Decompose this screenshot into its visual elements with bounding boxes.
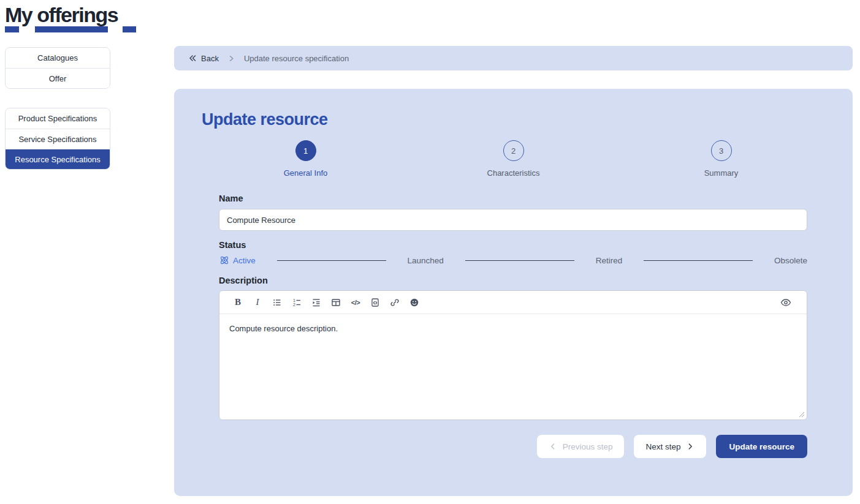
description-rich-text-editor: B I 12 (219, 290, 807, 420)
status-connector-line (277, 260, 386, 261)
previous-step-label: Previous step (563, 442, 613, 451)
previous-step-button[interactable]: Previous step (537, 435, 625, 458)
eye-icon[interactable] (776, 294, 796, 311)
sidebar-item-service-specifications[interactable]: Service Specifications (6, 129, 110, 149)
italic-icon[interactable]: I (248, 294, 267, 311)
status-option-label: Retired (596, 256, 623, 265)
link-icon[interactable] (385, 294, 405, 311)
status-selector: Active Launched Retired Obsolete (219, 255, 807, 266)
step-summary[interactable]: 3 Summary (617, 140, 825, 178)
sidebar-item-offer[interactable]: Offer (6, 68, 110, 88)
next-step-button[interactable]: Next step (634, 435, 706, 458)
status-connector-line (465, 260, 574, 261)
status-connector-line (644, 260, 753, 261)
logo-underline-bar (35, 26, 108, 32)
status-option-label: Active (233, 256, 256, 265)
status-option-launched[interactable]: Launched (408, 256, 444, 265)
status-option-label: Launched (408, 256, 444, 265)
editor-toolbar: B I 12 (219, 291, 807, 314)
chevron-right-icon (227, 54, 236, 63)
svg-text:1: 1 (293, 298, 295, 303)
bullet-list-icon[interactable] (267, 294, 287, 311)
svg-text:2: 2 (293, 303, 295, 307)
app-logo-text: My offerings (5, 4, 118, 26)
status-option-retired[interactable]: Retired (596, 256, 623, 265)
logo-underline-bar (123, 26, 136, 32)
app-logo: My offerings (5, 4, 118, 32)
resize-handle-icon[interactable] (799, 412, 805, 418)
name-label: Name (219, 194, 807, 203)
sidebar-group-catalogues: Catalogues Offer (5, 47, 110, 89)
step-label: Characteristics (487, 168, 540, 178)
back-label: Back (201, 54, 219, 63)
logo-underline-bars (5, 26, 118, 32)
description-label: Description (219, 276, 807, 285)
step-characteristics[interactable]: 2 Characteristics (409, 140, 617, 178)
chevron-right-icon (686, 442, 694, 451)
emoji-icon[interactable] (405, 294, 424, 311)
status-option-label: Obsolete (774, 256, 807, 265)
status-option-active[interactable]: Active (219, 255, 256, 266)
next-step-label: Next step (645, 442, 680, 451)
code-block-icon[interactable] (365, 294, 385, 311)
sidebar-group-specifications: Product Specifications Service Specifica… (5, 108, 110, 170)
breadcrumb: Back Update resource specification (174, 46, 853, 70)
step-number-badge: 1 (295, 140, 316, 161)
status-label: Status (219, 240, 807, 250)
step-general-info[interactable]: 1 General Info (202, 140, 409, 178)
sidebar-item-product-specifications[interactable]: Product Specifications (6, 108, 110, 129)
form-actions: Previous step Next step Update resource (219, 435, 807, 458)
step-number-badge: 3 (711, 140, 732, 161)
name-input[interactable] (219, 209, 807, 231)
step-label: General Info (284, 168, 328, 178)
breadcrumb-current-page: Update resource specification (244, 54, 349, 63)
chevron-left-icon (549, 442, 557, 451)
sidebar: Catalogues Offer Product Specifications … (5, 47, 110, 170)
indent-icon[interactable] (306, 294, 326, 311)
logo-underline-bar (5, 26, 19, 32)
bold-icon[interactable]: B (228, 294, 248, 311)
step-label: Summary (704, 168, 739, 178)
code-icon[interactable]: </> (346, 294, 365, 311)
step-number-badge: 2 (503, 140, 524, 161)
sidebar-item-resource-specifications[interactable]: Resource Specifications (6, 149, 110, 169)
double-chevron-left-icon (188, 53, 197, 63)
update-resource-button[interactable]: Update resource (716, 435, 807, 458)
table-icon[interactable] (326, 294, 346, 311)
sidebar-item-catalogues[interactable]: Catalogues (6, 48, 110, 68)
back-button[interactable]: Back (188, 53, 219, 63)
update-resource-panel: Update resource 1 General Info 2 Charact… (174, 89, 853, 496)
ordered-list-icon[interactable]: 12 (287, 294, 306, 311)
general-info-form: Name Status Active Launched Retir (219, 194, 807, 458)
update-resource-label: Update resource (729, 442, 794, 451)
atom-icon (219, 255, 230, 266)
wizard-stepper: 1 General Info 2 Characteristics 3 Summa… (202, 140, 825, 178)
status-option-obsolete[interactable]: Obsolete (774, 256, 807, 265)
page-title: Update resource (202, 110, 825, 129)
description-input[interactable]: Compute resource description. (219, 314, 807, 420)
